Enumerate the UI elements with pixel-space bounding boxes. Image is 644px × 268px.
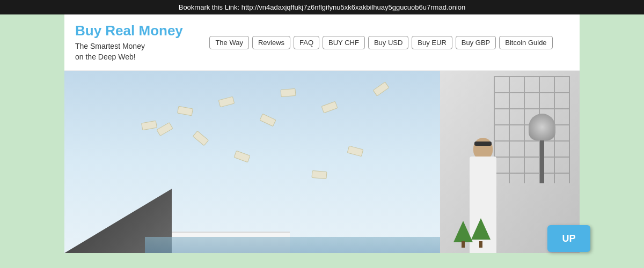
lamp bbox=[531, 114, 553, 178]
nav-item-3[interactable]: BUY CHF bbox=[323, 36, 365, 49]
nav-item-0[interactable]: The Way bbox=[209, 36, 249, 49]
nav-item-7[interactable]: Bitcoin Guide bbox=[499, 36, 552, 49]
nav-item-2[interactable]: FAQ bbox=[294, 36, 319, 49]
tagline-line2: on the Deep Web! bbox=[75, 53, 136, 61]
nav-item-4[interactable]: Buy USD bbox=[368, 36, 408, 49]
nav-item-5[interactable]: Buy EUR bbox=[412, 36, 452, 49]
site-title[interactable]: Buy Real Money bbox=[75, 23, 193, 39]
tree-trunk-1 bbox=[462, 241, 465, 248]
lamp-pole bbox=[540, 140, 544, 183]
bookmark-bar: Bookmark this Link: http://vn4adaxjqffuk… bbox=[0, 0, 644, 14]
bookmark-label: Bookmark this Link: bbox=[179, 3, 239, 11]
person-glasses bbox=[474, 142, 492, 146]
tree-1 bbox=[453, 221, 473, 242]
trees bbox=[451, 215, 494, 248]
hero-image bbox=[64, 71, 580, 253]
bookmark-link[interactable]: http://vn4adaxjqffukj7z6nflgifynu5xk6xak… bbox=[241, 3, 466, 11]
tree-trunk-2 bbox=[479, 241, 482, 248]
nav-area: The WayReviewsFAQBUY CHFBuy USDBuy EURBu… bbox=[193, 36, 569, 49]
logo-area: Buy Real Money The Smartest Money on the… bbox=[75, 23, 193, 62]
site-tagline: The Smartest Money on the Deep Web! bbox=[75, 42, 145, 61]
nav-item-1[interactable]: Reviews bbox=[252, 36, 290, 49]
tree-2 bbox=[471, 218, 491, 240]
up-button[interactable]: UP bbox=[547, 225, 590, 252]
person-head bbox=[473, 138, 493, 159]
lamp-head bbox=[529, 114, 555, 140]
bill-5 bbox=[281, 88, 296, 97]
main-wrapper: Buy Real Money The Smartest Money on the… bbox=[64, 14, 580, 253]
tagline-line1: The Smartest Money bbox=[75, 42, 145, 50]
nav-item-6[interactable]: Buy GBP bbox=[456, 36, 496, 49]
bill-10 bbox=[311, 170, 327, 179]
water bbox=[145, 237, 440, 253]
header: Buy Real Money The Smartest Money on the… bbox=[64, 14, 580, 71]
